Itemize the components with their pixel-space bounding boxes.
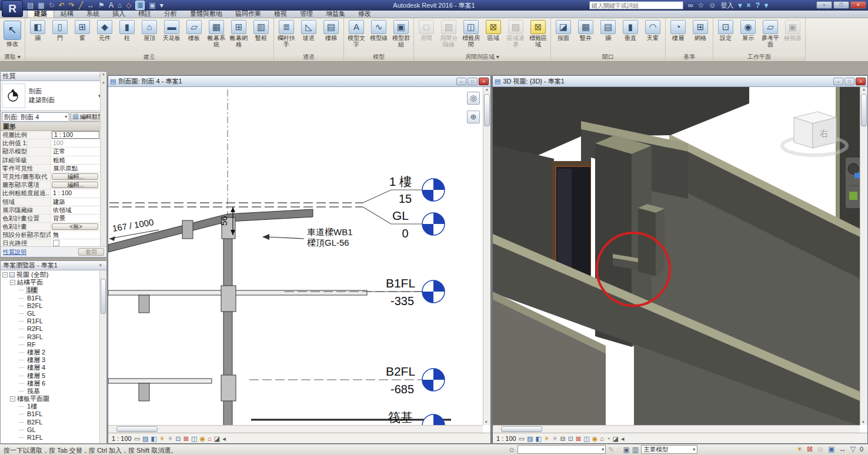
- view-control-icon[interactable]: ⌂: [208, 435, 212, 442]
- ribbon-tool[interactable]: ▬ 天花板: [161, 19, 183, 42]
- worksets-icon[interactable]: ☺: [508, 446, 515, 454]
- ribbon-tool[interactable]: ▥ 豎框: [250, 19, 272, 42]
- ribbon-tool[interactable]: ◪ 按面: [552, 19, 575, 42]
- ribbon-tool[interactable]: ▱ 參考平面: [759, 19, 782, 48]
- panel-label[interactable]: 工作平面: [713, 53, 805, 61]
- ribbon-tab[interactable]: 修改: [352, 10, 378, 18]
- ribbon-tool[interactable]: ◔ 樓層: [667, 19, 689, 42]
- status-toggle-icon[interactable]: ↔: [839, 446, 846, 453]
- tree-item[interactable]: R1FL: [1, 317, 99, 325]
- panel-label[interactable]: 房間與區域 ▾: [414, 53, 550, 61]
- ribbon-tool[interactable]: ▯ 門: [49, 19, 71, 42]
- ribbon-tab[interactable]: 管理: [293, 10, 319, 18]
- ribbon-tool[interactable]: ⊠ 標籤區域: [527, 19, 549, 48]
- infocenter-icon[interactable]: ☺: [709, 1, 716, 9]
- qat-icon[interactable]: ↻: [49, 1, 55, 9]
- panel-label[interactable]: 通道: [274, 53, 343, 61]
- ribbon-tool[interactable]: ▥ 房間分隔線: [438, 19, 460, 48]
- ribbon-tool[interactable]: ⊞ 網格: [689, 19, 712, 42]
- close-button[interactable]: ×: [479, 78, 489, 85]
- qat-icon[interactable]: ⚑: [98, 1, 105, 9]
- collapse-icon[interactable]: [10, 396, 15, 402]
- ribbon-tab[interactable]: 標註: [132, 10, 158, 18]
- ribbon-tool[interactable]: □ 房間: [415, 19, 438, 42]
- ribbon-tool[interactable]: ▮ 柱: [116, 19, 138, 42]
- ribbon-tool[interactable]: ⊡ 設定: [715, 19, 737, 42]
- tree-item[interactable]: 1樓: [1, 403, 99, 410]
- qat-icon[interactable]: ╱: [79, 1, 83, 9]
- tree-item[interactable]: B2FL: [1, 302, 99, 310]
- status-toggle-icon[interactable]: ☺: [817, 446, 824, 453]
- qat-icon[interactable]: ↶: [59, 1, 65, 9]
- view-control-icon[interactable]: ◂: [621, 435, 625, 442]
- design-options-edit-icon[interactable]: ▥: [632, 446, 639, 454]
- view-control-icon[interactable]: ⊟: [560, 435, 566, 442]
- scale-label[interactable]: 1 : 100: [112, 435, 132, 442]
- tree-item[interactable]: 樓層 6: [1, 380, 99, 387]
- view-control-icon[interactable]: ◪: [613, 435, 619, 442]
- ribbon-tool[interactable]: ⌂ 屋頂: [138, 19, 161, 42]
- minimize-button[interactable]: –: [833, 78, 843, 85]
- qat-icon[interactable]: ≣: [135, 1, 145, 10]
- qat-icon[interactable]: A: [109, 1, 113, 9]
- ribbon-tool[interactable]: ◉ 展示: [737, 19, 759, 42]
- collapse-icon[interactable]: [10, 280, 15, 285]
- view-control-icon[interactable]: ◫: [191, 435, 197, 442]
- view-control-icon[interactable]: ⊠: [183, 435, 189, 442]
- ribbon-tool[interactable]: ▦ 帷幕系統: [205, 19, 228, 48]
- ribbon-tab[interactable]: 量體與敷地: [183, 10, 229, 18]
- view-control-icon[interactable]: ▭: [519, 435, 525, 442]
- view-control-icon[interactable]: ☀: [544, 435, 550, 442]
- tree-item[interactable]: 1樓: [1, 286, 99, 294]
- tree-item[interactable]: RF: [1, 341, 99, 349]
- ribbon-tool[interactable]: ⊠ 區域: [482, 19, 505, 42]
- qat-icon[interactable]: ⌂: [118, 1, 122, 9]
- tree-node-structural-plans[interactable]: 結構平面: [1, 279, 99, 286]
- tree-item[interactable]: 樓層 5: [1, 372, 99, 379]
- ribbon-tab[interactable]: 分析: [158, 10, 183, 18]
- three-d-window-titlebar[interactable]: ▤ 3D 視圖: {3D} - 專案1 – □ ×: [493, 76, 867, 87]
- ribbon-tool[interactable]: ▣ 檢視器: [782, 19, 804, 42]
- tree-item[interactable]: GL: [1, 310, 99, 317]
- view-control-icon[interactable]: ◂: [222, 435, 226, 442]
- ribbon-tab[interactable]: 結構: [54, 10, 80, 18]
- status-toggle-icon[interactable]: ⊠: [807, 446, 813, 453]
- qat-icon[interactable]: ▦: [38, 1, 44, 9]
- view-control-icon[interactable]: ⌂: [600, 435, 604, 442]
- sign-in-button[interactable]: 登入: [721, 1, 734, 10]
- ribbon-tool[interactable]: ⊞ 窗: [71, 19, 94, 42]
- restore-button[interactable]: □: [833, 1, 849, 9]
- tree-item[interactable]: GL: [1, 426, 99, 434]
- panel-label[interactable]: 基準: [666, 53, 713, 61]
- qat-icon[interactable]: ↷: [69, 1, 75, 9]
- ribbon-tool[interactable]: ∿ 模型線: [368, 19, 390, 42]
- view-control-icon[interactable]: ▭: [134, 435, 140, 442]
- qat-icon[interactable]: ▤: [27, 1, 34, 9]
- view-control-icon[interactable]: ⊡: [568, 435, 573, 442]
- ribbon-tool[interactable]: ▤ 樓梯: [320, 19, 342, 42]
- restore-button[interactable]: □: [468, 78, 478, 85]
- section-canvas[interactable]: 56 167 / 1000 車道樑WB1 樑頂GL-56 1 樓 15: [108, 87, 490, 443]
- view-control-icon[interactable]: ◫: [583, 435, 589, 442]
- qat-icon[interactable]: ◇: [126, 1, 131, 9]
- ribbon-tool[interactable]: ▨ 區域邊界: [505, 19, 527, 48]
- minimize-button[interactable]: –: [456, 78, 466, 85]
- ribbon-tab[interactable]: 插入: [106, 10, 132, 18]
- view-control-icon[interactable]: ⊡: [176, 435, 181, 442]
- ribbon-tool[interactable]: ◠ 天窗: [642, 19, 664, 42]
- collapse-icon[interactable]: [2, 272, 8, 277]
- status-toggle-icon[interactable]: ▽: [850, 446, 856, 453]
- view-control-icon[interactable]: ☀: [552, 435, 558, 442]
- qat-icon[interactable]: ▣: [149, 1, 155, 9]
- search-input[interactable]: [589, 1, 683, 9]
- panel-label[interactable]: 開口: [551, 53, 665, 61]
- ribbon-tool[interactable]: ◧ 牆: [26, 19, 49, 42]
- ribbon-tool[interactable]: A 模型文字: [345, 19, 368, 48]
- tree-item[interactable]: R3FL: [1, 333, 99, 341]
- panel-label[interactable]: 模型: [344, 53, 413, 61]
- group-graphics[interactable]: 圖形: [3, 123, 16, 131]
- close-button[interactable]: ×: [856, 78, 866, 85]
- design-options-icon[interactable]: ▣: [623, 446, 629, 454]
- three-d-canvas[interactable]: 右 ▴▾ 1 : 100 ▭▨◧☀☀⊟⊡⊠◫◉⌂◔◪◂: [493, 87, 867, 443]
- tree-root-views[interactable]: 視圖 (全部): [1, 271, 99, 279]
